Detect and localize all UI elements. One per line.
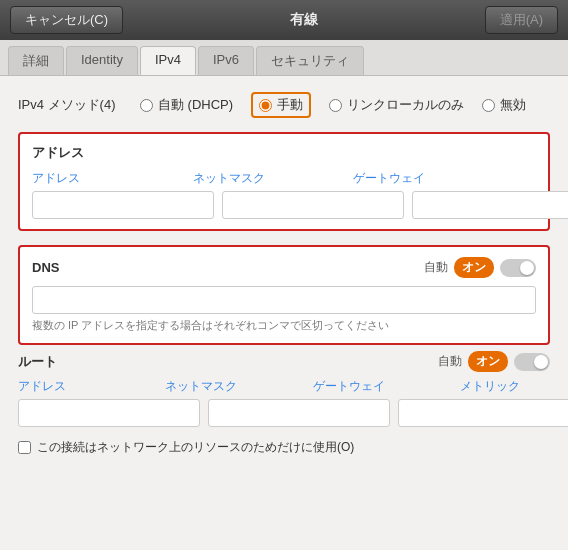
dns-toggle-on-label: オン: [454, 257, 494, 278]
dns-section: DNS 自動 オン 複数の IP アドレスを指定する場合はそれぞれコンマで区切っ…: [18, 245, 550, 345]
method-linklocal[interactable]: リンクローカルのみ: [329, 96, 464, 114]
method-label: IPv4 メソッド(4): [18, 96, 128, 114]
dns-auto-label: 自動: [424, 259, 448, 276]
route-auto-toggle: 自動 オン: [438, 351, 550, 372]
cancel-button[interactable]: キャンセル(C): [10, 6, 123, 34]
tab-bar: 詳細 Identity IPv4 IPv6 セキュリティ: [0, 40, 568, 76]
window-title: 有線: [123, 11, 485, 29]
address-input[interactable]: [32, 191, 214, 219]
col-header-address: アドレス: [32, 170, 185, 187]
dns-header: DNS 自動 オン: [32, 257, 536, 278]
method-manual[interactable]: 手動: [259, 96, 303, 114]
route-header: ルート 自動 オン: [18, 351, 550, 372]
address-section: アドレス アドレス ネットマスク ゲートウェイ ✕: [18, 132, 550, 231]
col-header-netmask: ネットマスク: [193, 170, 346, 187]
address-section-title: アドレス: [32, 144, 536, 162]
dns-hint: 複数の IP アドレスを指定する場合はそれぞれコンマで区切ってください: [32, 318, 536, 333]
tab-details[interactable]: 詳細: [8, 46, 64, 75]
tab-security[interactable]: セキュリティ: [256, 46, 364, 75]
method-disabled[interactable]: 無効: [482, 96, 526, 114]
gateway-input[interactable]: [412, 191, 568, 219]
netmask-input[interactable]: [222, 191, 404, 219]
content-area: IPv4 メソッド(4) 自動 (DHCP) 手動 リンクローカルのみ 無効: [0, 76, 568, 472]
dns-title: DNS: [32, 260, 59, 275]
dns-auto-toggle: 自動 オン: [424, 257, 536, 278]
resource-only-label: この接続はネットワーク上のリソースのためだけに使用(O): [37, 439, 354, 456]
dns-input[interactable]: [32, 286, 536, 314]
apply-button[interactable]: 適用(A): [485, 6, 558, 34]
route-col-remove: [528, 378, 550, 395]
route-toggle-on-label: オン: [468, 351, 508, 372]
tab-ipv6[interactable]: IPv6: [198, 46, 254, 75]
address-input-row: ✕: [32, 191, 536, 219]
method-radio-group: 自動 (DHCP) 手動 リンクローカルのみ 無効: [140, 92, 526, 118]
route-section: ルート 自動 オン アドレス ネットマスク ゲートウェイ メトリック ✕: [18, 351, 550, 427]
resource-only-checkbox[interactable]: [18, 441, 31, 454]
titlebar: キャンセル(C) 有線 適用(A): [0, 0, 568, 40]
method-manual-box: 手動: [251, 92, 311, 118]
route-auto-label: 自動: [438, 353, 462, 370]
route-col-address: アドレス: [18, 378, 157, 395]
route-title: ルート: [18, 353, 57, 371]
col-header-remove: [514, 170, 536, 187]
route-col-gateway: ゲートウェイ: [313, 378, 452, 395]
col-header-gateway: ゲートウェイ: [353, 170, 506, 187]
dns-toggle[interactable]: [500, 259, 536, 277]
route-col-metric: メトリック: [460, 378, 520, 395]
route-netmask-input[interactable]: [208, 399, 390, 427]
route-address-input[interactable]: [18, 399, 200, 427]
tab-identity[interactable]: Identity: [66, 46, 138, 75]
route-toggle[interactable]: [514, 353, 550, 371]
route-gateway-input[interactable]: [398, 399, 568, 427]
route-col-netmask: ネットマスク: [165, 378, 304, 395]
route-input-row: ✕: [18, 399, 550, 427]
bottom-checkbox-row: この接続はネットワーク上のリソースのためだけに使用(O): [18, 439, 550, 456]
method-dhcp[interactable]: 自動 (DHCP): [140, 96, 233, 114]
address-col-headers: アドレス ネットマスク ゲートウェイ: [32, 170, 536, 187]
method-row: IPv4 メソッド(4) 自動 (DHCP) 手動 リンクローカルのみ 無効: [18, 92, 550, 118]
route-col-headers: アドレス ネットマスク ゲートウェイ メトリック: [18, 378, 550, 395]
tab-ipv4[interactable]: IPv4: [140, 46, 196, 75]
